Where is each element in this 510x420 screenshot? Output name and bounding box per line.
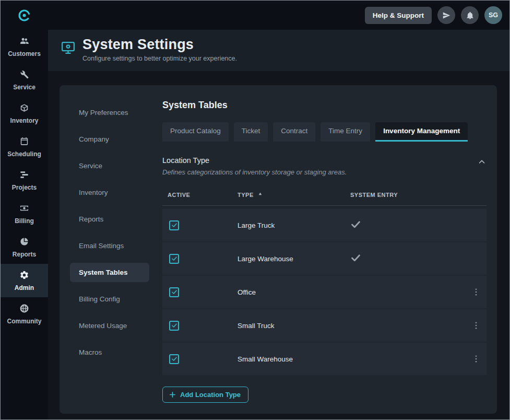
type-cell: Small Warehouse: [232, 355, 345, 363]
row-kebab-menu-icon[interactable]: [470, 320, 482, 331]
table-row: Large Truck: [162, 209, 487, 241]
table-header: ACTIVE TYPE SYSTEM ENTRY: [162, 184, 487, 206]
tab-bar: Product CatalogTicketContractTime EntryI…: [162, 122, 487, 142]
page-subtitle: Configure settings to better optimize yo…: [82, 55, 237, 62]
type-cell: Office: [232, 288, 345, 296]
section-header: Location Type Defines categorizations of…: [162, 156, 487, 176]
projects-icon: [19, 170, 29, 182]
column-header-system-entry[interactable]: SYSTEM ENTRY: [345, 192, 466, 198]
system-settings-icon: [61, 40, 76, 57]
table-row: Small Warehouse: [162, 343, 487, 375]
tab-ticket[interactable]: Ticket: [234, 122, 268, 142]
user-avatar[interactable]: SG: [484, 6, 502, 24]
notifications-button[interactable]: [461, 6, 479, 24]
active-checkbox[interactable]: [169, 220, 179, 230]
main-column: Help & Support SG System Settings: [48, 1, 509, 419]
column-header-active[interactable]: ACTIVE: [162, 192, 232, 198]
system-entry-cell: [345, 219, 466, 232]
app-window: CustomersServiceInventorySchedulingProje…: [0, 0, 510, 420]
sidebar-item-projects[interactable]: Projects: [1, 164, 48, 197]
reports-icon: [19, 237, 29, 249]
menu-cell: [466, 286, 487, 298]
section-title: Location Type: [162, 156, 347, 165]
topbar: Help & Support SG: [48, 1, 509, 30]
active-cell: [162, 220, 232, 230]
page-header: System Settings Configure settings to be…: [48, 30, 509, 71]
tab-inventory-management[interactable]: Inventory Management: [375, 122, 468, 142]
bell-icon: [466, 11, 475, 20]
settings-nav-item-metered-usage[interactable]: Metered Usage: [70, 316, 149, 335]
type-cell: Large Truck: [232, 221, 345, 229]
sidebar-item-reports[interactable]: Reports: [1, 230, 48, 264]
settings-nav-item-reports[interactable]: Reports: [70, 209, 149, 229]
settings-nav: My PreferencesCompanyServiceInventoryRep…: [70, 100, 149, 403]
section-header-text: Location Type Defines categorizations of…: [162, 156, 347, 176]
settings-nav-item-my-preferences[interactable]: My Preferences: [70, 103, 149, 122]
active-checkbox[interactable]: [169, 354, 179, 364]
active-checkbox[interactable]: [169, 287, 179, 297]
active-checkbox[interactable]: [169, 254, 179, 264]
settings-nav-item-system-tables[interactable]: System Tables: [70, 263, 149, 282]
sidebar: CustomersServiceInventorySchedulingProje…: [1, 1, 48, 419]
page-title: System Settings: [82, 37, 237, 53]
system-entry-cell: [345, 252, 466, 265]
page-header-text: System Settings Configure settings to be…: [82, 37, 237, 62]
tab-time-entry[interactable]: Time Entry: [321, 122, 370, 142]
add-location-type-button[interactable]: Add Location Type: [162, 387, 248, 403]
row-kebab-menu-icon[interactable]: [470, 353, 482, 365]
active-checkbox[interactable]: [169, 321, 179, 331]
sidebar-nav: CustomersServiceInventorySchedulingProje…: [1, 30, 48, 331]
column-header-type-label: TYPE: [238, 192, 254, 198]
row-kebab-menu-icon[interactable]: [470, 286, 482, 298]
collapse-chevron-up-icon[interactable]: [477, 157, 487, 169]
settings-nav-item-billing-config[interactable]: Billing Config: [70, 289, 149, 309]
settings-card: My PreferencesCompanyServiceInventoryRep…: [60, 85, 497, 414]
sidebar-item-service[interactable]: Service: [1, 63, 48, 97]
add-button-label: Add Location Type: [180, 391, 241, 399]
menu-cell: [466, 353, 487, 365]
people-icon: [19, 36, 29, 48]
table-row: Small Truck: [162, 309, 487, 342]
admin-icon: [19, 270, 29, 282]
app-logo[interactable]: [1, 1, 48, 30]
sidebar-item-label: Customers: [8, 50, 41, 57]
billing-icon: [19, 203, 29, 215]
type-cell: Large Warehouse: [232, 255, 345, 263]
tab-product-catalog[interactable]: Product Catalog: [162, 122, 229, 142]
content-area: My PreferencesCompanyServiceInventoryRep…: [48, 71, 509, 419]
sidebar-item-inventory[interactable]: Inventory: [1, 97, 48, 130]
sidebar-item-label: Admin: [15, 284, 34, 291]
type-cell: Small Truck: [232, 322, 345, 330]
active-cell: [162, 321, 232, 331]
plus-icon: [169, 391, 176, 399]
brand-logo-icon: [17, 8, 31, 22]
settings-nav-item-macros[interactable]: Macros: [70, 343, 149, 362]
table-row: Office: [162, 276, 487, 308]
help-support-button[interactable]: Help & Support: [365, 7, 432, 24]
sidebar-item-label: Projects: [12, 184, 37, 191]
section-description: Defines categorizations of inventory sto…: [162, 168, 347, 176]
sidebar-item-label: Inventory: [10, 117, 38, 124]
content-title: System Tables: [162, 100, 487, 111]
settings-nav-item-inventory[interactable]: Inventory: [70, 183, 149, 202]
settings-nav-item-company[interactable]: Company: [70, 130, 149, 149]
system-entry-check-icon: [350, 219, 361, 230]
sidebar-item-label: Billing: [15, 217, 34, 225]
table-body: Large TruckLarge WarehouseOfficeSmall Tr…: [162, 209, 487, 375]
sidebar-item-community[interactable]: Community: [1, 297, 48, 331]
sidebar-item-scheduling[interactable]: Scheduling: [1, 130, 48, 164]
settings-nav-item-service[interactable]: Service: [70, 156, 149, 176]
sidebar-item-customers[interactable]: Customers: [1, 30, 48, 63]
tab-contract[interactable]: Contract: [273, 122, 315, 142]
community-icon: [19, 304, 29, 316]
active-cell: [162, 354, 232, 364]
column-header-type[interactable]: TYPE: [232, 191, 345, 199]
sidebar-item-admin[interactable]: Admin: [1, 264, 48, 297]
settings-nav-item-email-settings[interactable]: Email Settings: [70, 236, 149, 255]
sidebar-item-label: Reports: [13, 251, 36, 258]
system-entry-check-icon: [350, 252, 361, 263]
send-feedback-button[interactable]: [437, 6, 455, 24]
active-cell: [162, 254, 232, 264]
sidebar-item-billing[interactable]: Billing: [1, 197, 48, 230]
sidebar-item-label: Scheduling: [7, 150, 41, 158]
